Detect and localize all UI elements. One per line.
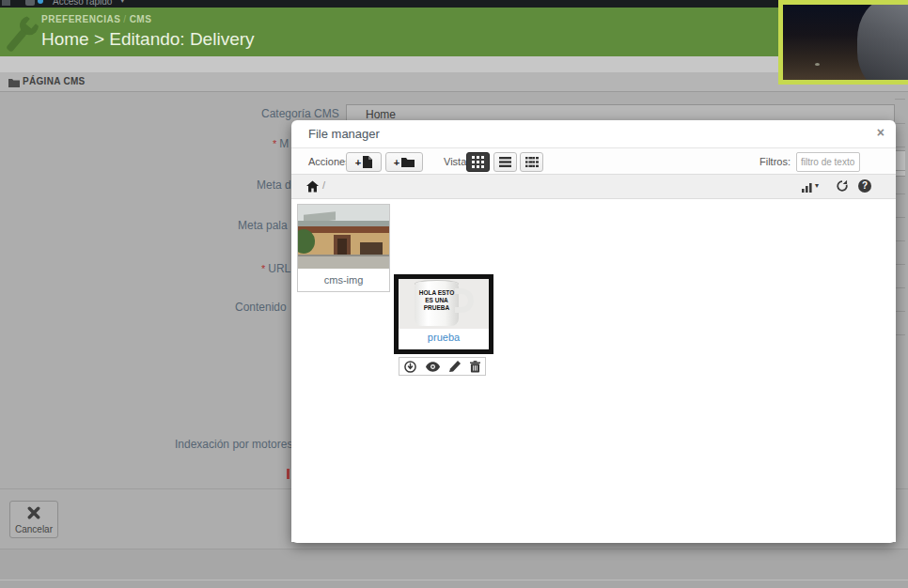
panel-title: PÁGINA CMS <box>23 76 86 86</box>
prueba-preview: HOLA ESTO ES UNA PRUEBA <box>399 279 489 329</box>
breadcrumb: PREFERENCIAS/CMS <box>41 14 151 24</box>
label-meta-keywords-fragment: Meta pala <box>238 219 288 232</box>
sort-bars-icon <box>802 181 813 193</box>
file-action-bar <box>399 357 486 376</box>
file-grid: cms-img HOLA ESTO ES UNA PRUEBA prueba <box>291 199 896 542</box>
filter-input[interactable] <box>796 152 860 172</box>
refresh-icon <box>836 179 849 193</box>
chevron-down-icon: ▾ <box>815 179 819 193</box>
quick-access-menu[interactable]: Acceso rápido <box>53 0 112 7</box>
modal-header: File manager × <box>291 120 896 148</box>
wrench-icon <box>0 8 41 56</box>
form-rows-edge <box>895 89 905 357</box>
folder-icon <box>401 157 415 167</box>
pencil-icon <box>449 361 461 372</box>
download-button[interactable] <box>404 361 416 373</box>
page-header: PREFERENCIAS/CMS Home > Editando: Delive… <box>0 8 908 56</box>
refresh-button[interactable] <box>836 179 849 196</box>
menu-icon[interactable] <box>2 0 10 6</box>
download-icon <box>404 361 416 373</box>
folder-icon <box>8 78 20 87</box>
home-icon[interactable] <box>306 179 319 196</box>
modal-toolbar: Acciones: + + Vista: <box>291 148 896 175</box>
eye-icon <box>426 362 440 372</box>
cancel-button-label: Cancelar <box>10 524 57 534</box>
top-admin-bar: Acceso rápido ▾ <box>0 0 908 8</box>
video-content-shape <box>857 0 908 85</box>
cancel-x-icon <box>27 506 40 519</box>
label-url-fragment: *URL <box>261 262 290 275</box>
chevron-down-icon: ▾ <box>120 0 125 5</box>
file-name[interactable]: cms-img <box>298 269 389 286</box>
grid-view-button[interactable] <box>466 152 490 172</box>
edit-button[interactable] <box>449 361 461 372</box>
breadcrumb-page[interactable]: CMS <box>130 14 152 24</box>
video-content-detail <box>815 63 820 66</box>
plus-icon: + <box>355 157 361 168</box>
required-marker-fragment <box>287 469 290 479</box>
preview-button[interactable] <box>426 362 440 372</box>
list-view-button[interactable] <box>493 152 517 172</box>
cms-img-preview <box>298 205 389 269</box>
floating-video-overlay[interactable] <box>778 0 908 85</box>
label-meta-title-fragment: *M <box>273 137 289 150</box>
path-separator: / <box>322 179 325 191</box>
plus-icon: + <box>394 157 399 168</box>
toolbar-strip <box>0 56 908 72</box>
file-name[interactable]: prueba <box>399 329 489 343</box>
admin-screen: Acceso rápido ▾ PREFERENCIAS/CMS Home > … <box>0 0 908 588</box>
close-icon[interactable]: × <box>877 125 885 140</box>
file-thumbnail-cms-img[interactable]: cms-img <box>297 204 390 292</box>
delete-button[interactable] <box>470 361 480 373</box>
new-file-button[interactable]: + <box>346 152 382 172</box>
footer-divider <box>0 580 908 580</box>
help-button[interactable]: ? <box>858 179 871 193</box>
grid-view-icon <box>472 156 484 168</box>
cancel-button[interactable]: Cancelar <box>9 501 58 538</box>
columns-view-button[interactable] <box>520 152 543 172</box>
label-indexation: Indexación por motores de <box>175 438 308 451</box>
panel-header: PÁGINA CMS <box>0 72 908 92</box>
filters-label: Filtros: <box>759 156 791 167</box>
path-bar: / ▾ ? <box>291 175 896 199</box>
columns-view-icon <box>525 157 539 167</box>
trash-icon <box>470 361 480 373</box>
list-view-icon <box>499 157 511 167</box>
breadcrumb-section[interactable]: PREFERENCIAS <box>41 14 120 24</box>
modal-title: File manager <box>308 127 380 141</box>
label-contenido-fragment: Contenido <box>235 301 287 314</box>
mug-text: HOLA ESTO ES UNA PRUEBA <box>416 289 457 312</box>
shop-icon[interactable] <box>25 0 35 6</box>
label-categoria-cms: Categoría CMS <box>261 107 339 120</box>
file-icon <box>363 156 372 168</box>
file-thumbnail-prueba-selected[interactable]: HOLA ESTO ES UNA PRUEBA prueba <box>394 274 493 354</box>
new-folder-button[interactable]: + <box>385 152 423 172</box>
breadcrumb-separator: / <box>120 14 129 24</box>
notification-dot <box>38 0 43 4</box>
sort-button[interactable]: ▾ <box>802 179 819 193</box>
file-manager-modal: File manager × Acciones: + + Vista: <box>291 120 896 543</box>
page-background <box>0 549 908 588</box>
page-title: Home > Editando: Delivery <box>41 29 255 50</box>
